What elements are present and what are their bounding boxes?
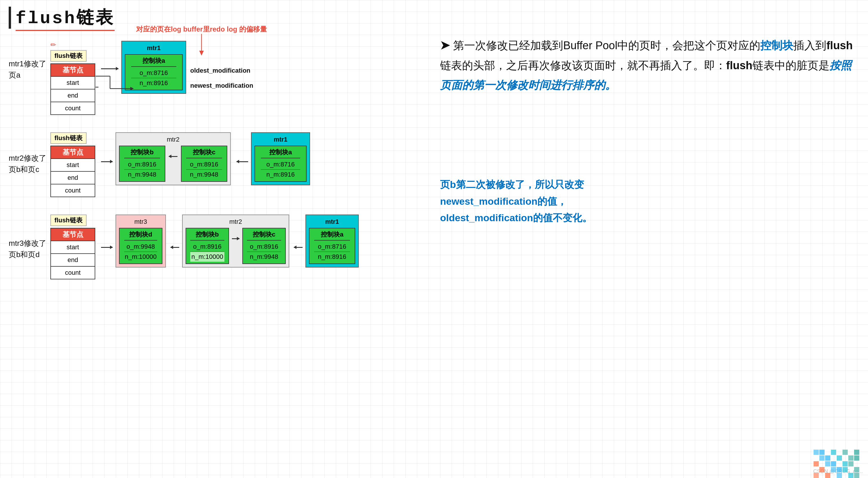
arrow2b xyxy=(237,161,248,162)
ctrl-block-a-1: 控制块a o_m:8716 n_m:8916 xyxy=(125,54,183,90)
pencil-icon: ✏ xyxy=(51,41,95,49)
section3-label: mtr3修改了页b和页d xyxy=(9,215,46,260)
mtr2-container: mtr2 控制块b o_m:8916 n_m:9948 xyxy=(116,132,231,185)
base-node-title-1: 基节点 xyxy=(51,64,95,76)
mtr1-container-2: mtr1 控制块a o_m:8716 n_m:8916 xyxy=(251,132,310,185)
modification-labels-1: oldest_modification newest_modification xyxy=(190,67,253,90)
s2-end: end xyxy=(51,171,95,184)
mtr1-label-3: mtr1 xyxy=(309,218,355,226)
title-underline xyxy=(16,30,115,31)
flush-badge-1: flush链表 xyxy=(51,50,87,62)
section3: mtr3修改了页b和页d flush链表 基节点 start end count xyxy=(9,215,420,279)
arrow3 xyxy=(101,247,113,248)
ctrl-a-om-1: o_m:8716 xyxy=(131,68,176,78)
arrow1 xyxy=(101,68,118,69)
s3-end: end xyxy=(51,253,95,266)
s3-start: start xyxy=(51,241,95,253)
base-row-start-1: start xyxy=(51,76,95,89)
mtr2-label: mtr2 xyxy=(119,136,227,143)
right-main-text: ➤ 第一次修改已经加载到Buffer Pool中的页时，会把这个页对应的控制块插… xyxy=(440,35,857,95)
ctrl-block-d-3: 控制块d o_m:9948 n_m:10000 xyxy=(119,228,162,264)
mtr2-container-3: mtr2 控制块b o_m:8916 n_m:10000 xyxy=(182,215,289,267)
ctrl-block-b-2: 控制块b o_m:8916 n_m:9948 xyxy=(119,146,165,182)
arrow3c xyxy=(294,247,303,248)
arrow3b xyxy=(170,247,179,248)
flush-badge-3: flush链表 xyxy=(51,215,87,226)
s3-count: count xyxy=(51,266,95,279)
section1-label: mtr1修改了页a xyxy=(9,41,46,81)
section2: mtr2修改了页b和页c flush链表 基节点 start end count xyxy=(9,132,420,197)
section2-label: mtr2修改了页b和页c xyxy=(9,132,46,175)
mtr1-label-1: mtr1 xyxy=(125,44,183,52)
base-node-3: 基节点 start end count xyxy=(51,228,95,279)
flush-badge-2: flush链表 xyxy=(51,132,87,144)
ctrl-block-a-2: 控制块a o_m:8716 n_m:8916 xyxy=(254,146,307,182)
section1: mtr1修改了页a ✏ flush链表 基节点 start end count xyxy=(9,41,420,115)
section2-note: 页b第二次被修改了，所以只改变 newest_modification的值， o… xyxy=(440,176,857,226)
ctrl-block-c-3: 控制块c o_m:8916 n_m:9948 xyxy=(242,228,286,264)
base-node-1: 基节点 start end count xyxy=(51,63,95,115)
ctrl-block-c-2: 控制块c o_m:8916 n_m:9948 xyxy=(181,146,227,182)
arrow2 xyxy=(101,161,113,162)
ctrl-block-b-3: 控制块b o_m:8916 n_m:10000 xyxy=(186,228,229,264)
mtr1-container-3: mtr1 控制块a o_m:8716 n_m:8916 xyxy=(305,215,359,267)
oldest-mod-label: oldest_modification xyxy=(190,67,253,74)
page-title: flush链表 xyxy=(16,9,115,28)
s2-start: start xyxy=(51,158,95,171)
base-node-2: 基节点 start end count xyxy=(51,146,95,197)
newest-mod-label: newest_modification xyxy=(190,82,253,90)
title-bar xyxy=(9,7,11,29)
base-row-end-1: end xyxy=(51,89,95,102)
ctrl-a-title-1: 控制块a xyxy=(131,57,176,67)
mtr2-label-3: mtr2 xyxy=(186,218,286,226)
mtr3-container: mtr3 控制块d o_m:9948 n_m:10000 xyxy=(116,215,166,267)
ctrl-a-nm-1: n_m:8916 xyxy=(131,78,176,88)
section1-base: ✏ flush链表 基节点 start end count xyxy=(51,41,95,115)
section3-base: flush链表 基节点 start end count xyxy=(51,215,95,279)
section2-base: flush链表 基节点 start end count xyxy=(51,132,95,197)
pixel-art xyxy=(813,450,859,478)
mtr3-label: mtr3 xyxy=(119,218,162,226)
base-row-count-1: count xyxy=(51,102,95,114)
ctrl-block-a-3: 控制块a o_m:8716 n_m:8916 xyxy=(309,228,355,264)
mtr1-label-2: mtr1 xyxy=(254,136,307,143)
s2-count: count xyxy=(51,184,95,197)
mtr1-container-1: mtr1 控制块a o_m:8716 n_m:8916 xyxy=(121,41,186,94)
